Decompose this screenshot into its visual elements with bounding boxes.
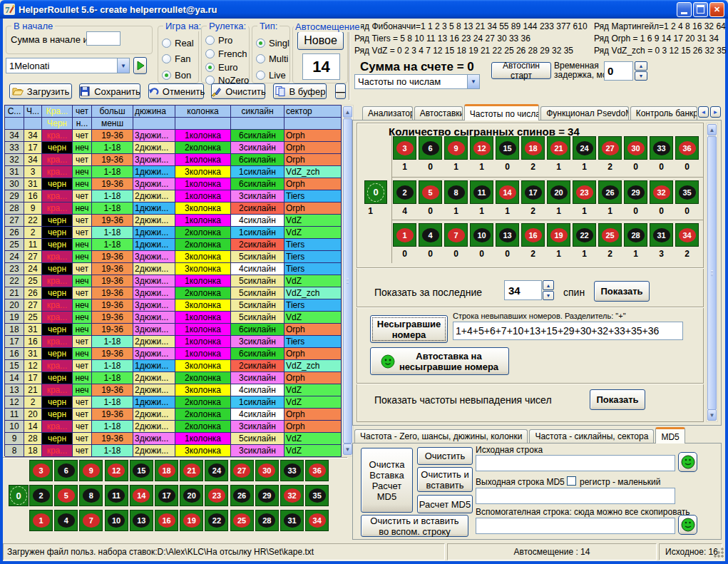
table-row[interactable]: 1417черннеч1-182дюжи...2колонка3сиклайнO… (5, 372, 342, 384)
radio-icon[interactable] (162, 54, 171, 63)
roulette-number-cell[interactable]: 34 (305, 510, 329, 531)
scroll-up-icon[interactable]: ▲ (707, 124, 717, 135)
radio-icon[interactable] (256, 71, 265, 80)
scrollbar-thumb[interactable] (707, 136, 717, 410)
radio-icon[interactable] (205, 63, 215, 72)
radio-option[interactable]: Singl (256, 38, 289, 48)
radio-option[interactable]: Euro (205, 62, 237, 73)
roulette-number-cell[interactable]: 3 (29, 460, 53, 481)
radio-icon[interactable] (256, 54, 265, 63)
roulette-number-cell[interactable]: 22 (205, 510, 228, 531)
roulette-number-cell[interactable]: 20 (180, 485, 203, 506)
table-row[interactable]: 3317черннеч1-182дюжи...2колонка3сиклайнO… (5, 142, 342, 154)
roulette-number-cell[interactable]: 11 (105, 485, 128, 506)
tab-top-1[interactable]: Анализатор (362, 106, 413, 121)
table-row[interactable]: 1831черннеч19-363дюжи...1колонка6сиклайн… (5, 324, 342, 336)
toolbar-button-6[interactable]: — (335, 83, 346, 99)
roulette-number-cell[interactable]: 24 (205, 460, 228, 481)
roulette-number-cell[interactable]: 32 (280, 485, 304, 506)
roulette-number-cell[interactable]: 23 (205, 485, 228, 506)
table-row[interactable]: 818кра...чет1-182дюжи...3колонка3сиклайн… (5, 445, 342, 457)
roulette-number-cell[interactable]: 30 (255, 460, 279, 481)
roulette-number-cell[interactable]: 31 (280, 510, 304, 531)
tab-bottom-3[interactable]: MD5 (655, 427, 685, 443)
close-button[interactable]: ✕ (709, 2, 724, 17)
tab-scroll-left-icon[interactable]: ◄ (698, 106, 709, 118)
table-row[interactable]: 928чернчет19-363дюжи...1колонка5сиклайнV… (5, 433, 342, 445)
chevron-down-icon[interactable]: ▼ (467, 75, 479, 88)
preset-combobox[interactable]: 1Melonati ▼ (6, 58, 130, 73)
table-header-cell[interactable]: Кра... (42, 106, 73, 118)
table-header-cell[interactable]: сиклайн (231, 106, 284, 118)
roulette-number-cell[interactable]: 25 (230, 510, 254, 531)
radio-option[interactable]: Live (256, 70, 286, 81)
md5-clear-button[interactable]: Очистить (417, 447, 473, 465)
roulette-number-cell[interactable]: 6 (54, 460, 78, 481)
roulette-number-cell[interactable]: 35 (305, 485, 329, 506)
show-last-button[interactable]: Показать (594, 281, 650, 302)
radio-icon[interactable] (205, 36, 215, 45)
toolbar-button-1[interactable]: Загрузить (9, 83, 72, 99)
roulette-number-cell[interactable]: 12 (105, 460, 128, 481)
table-header-cell[interactable] (24, 118, 42, 130)
frequencies-scrollbar[interactable]: ▲ ▼ (706, 123, 718, 422)
roulette-number-cell[interactable]: 5 (54, 485, 78, 506)
table-header-cell[interactable]: чет (73, 106, 92, 118)
table-row[interactable]: 262чернчет1-181дюжи...2колонка1сиклайнVd… (5, 227, 342, 239)
table-header-cell[interactable] (133, 118, 175, 130)
missed-numbers-button[interactable]: Несыгравшие номера (370, 315, 448, 343)
table-row[interactable]: 1321кра...неч19-362дюжи...3колонка4сикла… (5, 384, 342, 396)
radio-option[interactable]: Fan (162, 53, 190, 64)
scroll-up-icon[interactable]: ▲ (343, 106, 352, 118)
roulette-number-cell[interactable]: 8 (79, 485, 103, 506)
roulette-number-cell[interactable]: 33 (280, 460, 304, 481)
table-row[interactable]: 3434кра...чет19-363дюжи...1колонка6сикла… (5, 130, 342, 142)
tab-top-5[interactable]: Контроль банкро (630, 106, 697, 121)
roulette-number-cell[interactable]: 17 (155, 485, 178, 506)
missing-freq-button[interactable]: Показать (590, 389, 645, 410)
roulette-number-cell[interactable]: 36 (305, 460, 329, 481)
radio-option[interactable]: Multi (256, 53, 288, 64)
start-sum-input[interactable] (86, 31, 121, 46)
table-row[interactable]: 3031черннеч19-363дюжи...1колонка6сиклайн… (5, 178, 342, 190)
tab-bottom-1[interactable]: Частота - Zero, шансы, дюжины, колонки (354, 429, 528, 443)
roulette-number-cell[interactable]: 4 (54, 510, 78, 531)
delay-spin-down[interactable]: ▼ (635, 71, 647, 81)
table-row[interactable]: 3234кра...чет19-363дюжи...1колонка6сикла… (5, 154, 342, 166)
table-header-cell[interactable] (175, 118, 231, 130)
delay-spin-up[interactable]: ▲ (635, 61, 647, 71)
mode-combobox[interactable]: Частоты по числам ▼ (354, 74, 480, 89)
md5-clear-and-insert-button[interactable]: Очистить и вставить (417, 467, 473, 492)
roulette-number-cell[interactable]: 16 (155, 510, 178, 531)
autospin-start-button[interactable]: Автоспин старт (491, 62, 551, 79)
table-header-cell[interactable]: менш (92, 118, 133, 130)
show-last-value[interactable]: 34 (504, 280, 542, 300)
show-last-spin-down[interactable]: ▼ (543, 291, 554, 300)
table-header-cell[interactable]: Черн (42, 118, 73, 130)
table-header-cell[interactable]: Ч... (24, 106, 42, 118)
toolbar-button-4[interactable]: Очистить (211, 83, 265, 99)
radio-option[interactable]: Pro (205, 35, 232, 46)
table-row[interactable]: 1014кра...чет1-182дюжи...2колонка3сиклай… (5, 421, 342, 433)
roulette-number-cell[interactable]: 7 (79, 510, 103, 531)
roulette-number-cell[interactable]: 21 (180, 460, 203, 481)
missed-numbers-input[interactable] (453, 322, 683, 340)
table-row[interactable]: 2126чернчет19-363дюжи...2колонка5сиклайн… (5, 287, 342, 299)
radio-option[interactable]: Real (162, 38, 194, 48)
title-bar[interactable]: 7 HelperRoullet 5.6- create helperroulle… (0, 0, 728, 19)
table-row[interactable]: 289кра...неч1-181дюжи...3колонка2сиклайн… (5, 202, 342, 215)
radio-icon[interactable] (205, 49, 215, 58)
maximize-button[interactable] (693, 2, 708, 17)
table-row[interactable]: 1120чернчет19-362дюжи...2колонка4сиклайн… (5, 409, 342, 421)
roulette-number-cell[interactable]: 2 (29, 485, 53, 506)
roulette-number-cell[interactable]: 27 (230, 460, 254, 481)
table-header-cell[interactable]: колонка (175, 106, 231, 118)
roulette-number-cell[interactable]: 13 (130, 510, 153, 531)
table-header-cell[interactable]: С... (5, 106, 24, 118)
show-last-spin-up[interactable]: ▲ (543, 280, 554, 290)
roulette-number-cell[interactable]: 14 (130, 485, 153, 506)
roulette-number-cell[interactable]: 1 (29, 510, 53, 531)
table-row[interactable]: 2324чернчет19-362дюжи...3колонка4сиклайн… (5, 263, 342, 275)
roulette-number-cell[interactable]: 18 (155, 460, 178, 481)
md5-clear-insert-aux-button[interactable]: Очистить и вставить во вспом. строку (361, 515, 468, 537)
